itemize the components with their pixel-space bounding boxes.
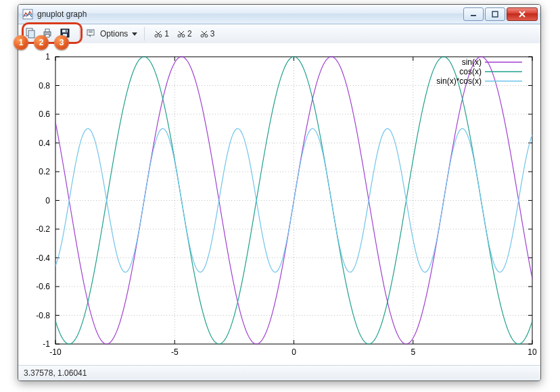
window-controls xyxy=(462,7,538,21)
scissor-label: 2 xyxy=(187,29,192,39)
svg-rect-8 xyxy=(45,29,49,32)
svg-text:0: 0 xyxy=(291,347,296,357)
svg-text:-10: -10 xyxy=(49,347,62,357)
scissor-label: 1 xyxy=(164,29,169,39)
svg-rect-9 xyxy=(45,34,49,37)
plot-svg: -1-0.8-0.6-0.4-0.200.20.40.60.81-10-5051… xyxy=(18,43,540,364)
chevron-down-icon xyxy=(132,32,137,36)
close-button[interactable] xyxy=(507,7,538,21)
scissor-label: 3 xyxy=(210,29,215,39)
svg-text:-0.8: -0.8 xyxy=(36,311,50,320)
copy-button[interactable] xyxy=(22,26,37,41)
svg-rect-11 xyxy=(62,30,68,32)
options-icon xyxy=(87,28,96,40)
toolbar: Options 1 2 3 xyxy=(18,24,540,44)
toolbar-separator xyxy=(144,27,145,41)
svg-text:0: 0 xyxy=(45,196,50,205)
scissor-1-button[interactable]: 1 xyxy=(154,29,169,39)
svg-text:0.4: 0.4 xyxy=(39,139,50,148)
app-icon xyxy=(22,9,33,20)
svg-text:-0.2: -0.2 xyxy=(36,224,50,234)
svg-text:-5: -5 xyxy=(171,347,179,357)
statusbar: 3.37578, 1.06041 xyxy=(18,365,540,381)
svg-text:0.8: 0.8 xyxy=(39,81,50,91)
scissors-icon xyxy=(154,30,162,38)
svg-text:cos(x): cos(x) xyxy=(459,67,482,76)
window-title: gnuplot graph xyxy=(37,9,87,19)
svg-rect-6 xyxy=(28,30,34,38)
maximize-button[interactable] xyxy=(485,7,505,21)
svg-text:0.2: 0.2 xyxy=(39,167,50,176)
svg-text:5: 5 xyxy=(411,347,415,357)
copy-icon xyxy=(24,28,35,41)
toolbar-separator xyxy=(79,27,80,41)
svg-text:1: 1 xyxy=(45,52,50,62)
svg-text:sin(x): sin(x) xyxy=(462,57,482,67)
svg-rect-13 xyxy=(66,30,67,32)
options-menu[interactable]: Options xyxy=(87,28,137,40)
scissors-icon xyxy=(200,30,208,38)
svg-text:-0.4: -0.4 xyxy=(36,253,50,263)
svg-text:10: 10 xyxy=(528,347,537,357)
floppy-icon xyxy=(60,28,70,41)
svg-rect-2 xyxy=(492,11,498,17)
scissor-3-button[interactable]: 3 xyxy=(200,29,215,39)
print-button[interactable] xyxy=(40,26,55,41)
titlebar: gnuplot graph xyxy=(18,5,540,24)
app-window: gnuplot graph xyxy=(18,4,541,381)
status-coords: 3.37578, 1.06041 xyxy=(24,368,87,378)
svg-text:-0.6: -0.6 xyxy=(36,282,50,291)
save-button[interactable] xyxy=(57,26,72,41)
plot-area[interactable]: -1-0.8-0.6-0.4-0.200.20.40.60.81-10-5051… xyxy=(18,43,540,364)
svg-text:sin(x)*cos(x): sin(x)*cos(x) xyxy=(436,76,482,86)
svg-text:0.6: 0.6 xyxy=(39,109,50,119)
svg-rect-12 xyxy=(63,34,67,36)
scissors-icon xyxy=(177,30,185,38)
options-label: Options xyxy=(99,29,129,39)
minimize-button[interactable] xyxy=(463,7,484,21)
printer-icon xyxy=(42,28,53,41)
scissor-2-button[interactable]: 2 xyxy=(177,29,192,39)
